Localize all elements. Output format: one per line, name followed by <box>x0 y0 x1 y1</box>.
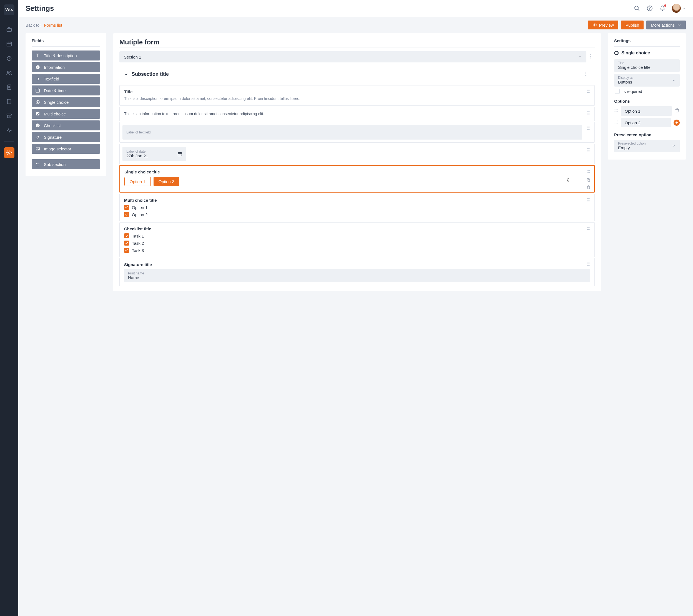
block-title[interactable]: Title This is a description lorem ipsum … <box>119 85 595 106</box>
option-row: Option 2 + <box>614 118 680 127</box>
nav-clock-icon[interactable] <box>0 51 18 65</box>
text-icon <box>35 53 41 58</box>
single-opt-1[interactable]: Option 1 <box>124 177 151 186</box>
field-single-choice[interactable]: Single choice <box>32 97 100 107</box>
option-input-1[interactable]: Option 1 <box>621 106 672 116</box>
eye-icon <box>593 23 597 27</box>
nav-settings-icon[interactable] <box>4 147 15 158</box>
chevron-down-icon <box>677 23 681 27</box>
info-icon <box>35 64 41 70</box>
nav-archive-icon[interactable] <box>0 109 18 123</box>
option-input-2[interactable]: Option 2 <box>621 118 671 127</box>
field-subsection[interactable]: Sub section <box>32 159 100 169</box>
block-date[interactable]: Label of date 27th Jan 21 <box>119 144 595 164</box>
drag-handle-icon[interactable] <box>614 120 618 125</box>
checkbox-checked-icon[interactable] <box>124 205 129 210</box>
block-multi-choice[interactable]: Multi choice title Option 1 Option 2 <box>119 194 595 221</box>
user-menu[interactable] <box>672 4 686 13</box>
drag-handle-icon[interactable] <box>587 226 591 231</box>
chevron-down-icon[interactable] <box>124 72 128 77</box>
help-icon[interactable] <box>646 5 653 12</box>
avatar <box>672 4 681 13</box>
field-checklist[interactable]: Checklist <box>32 120 100 130</box>
block-textfield[interactable]: Label of textfield <box>119 122 595 143</box>
chevron-down-icon <box>578 55 582 59</box>
nav-activity-icon[interactable] <box>0 123 18 138</box>
radio-icon <box>35 99 41 105</box>
checkbox-checked-icon[interactable] <box>124 248 129 253</box>
section-select[interactable]: Section 1 <box>119 52 587 62</box>
preselected-heading: Preselected option <box>614 132 680 137</box>
block-signature[interactable]: Signature title Print name Name <box>119 258 595 286</box>
fields-title: Fields <box>32 38 100 43</box>
app-logo[interactable]: We. <box>4 4 15 15</box>
form-title: Mutiple form <box>119 38 595 46</box>
drag-handle-icon[interactable] <box>587 262 591 267</box>
field-multi-choice[interactable]: Multi choice <box>32 109 100 119</box>
nav-docs-icon[interactable] <box>0 80 18 94</box>
breadcrumb: Back to: Forms list <box>25 23 62 27</box>
bold-icon <box>35 76 41 82</box>
action-strip: Back to: Forms list Preview Publish More… <box>18 17 693 33</box>
single-opt-2[interactable]: Option 2 <box>154 177 179 186</box>
builder-panel: Mutiple form Section 1 Subsection title <box>113 33 601 291</box>
block-checklist[interactable]: Checklist title Task 1 Task 2 Task 3 <box>119 222 595 257</box>
nav-users-icon[interactable] <box>0 65 18 80</box>
subsection-menu[interactable] <box>585 71 590 77</box>
nav-briefcase-icon[interactable] <box>0 22 18 37</box>
settings-title: Settings <box>614 38 680 43</box>
drag-handle-icon[interactable] <box>587 148 591 153</box>
check-circle-icon <box>35 123 41 128</box>
drag-handle-icon[interactable] <box>587 198 591 203</box>
drag-handle-icon[interactable] <box>587 111 591 116</box>
field-title-description[interactable]: Title & description <box>32 50 100 61</box>
field-textfield[interactable]: Textfield <box>32 74 100 84</box>
nav-calendar-icon[interactable] <box>0 37 18 51</box>
preview-button[interactable]: Preview <box>588 21 618 29</box>
image-icon <box>35 146 41 151</box>
block-information[interactable]: This is an information text. Lorem ipsum… <box>119 107 595 121</box>
drag-handle-icon[interactable] <box>587 169 590 174</box>
signature-icon <box>35 134 41 140</box>
nav-notes-icon[interactable] <box>0 94 18 109</box>
chevron-down-icon <box>682 7 686 10</box>
preselected-select[interactable]: Preselected option Empty <box>614 140 680 152</box>
display-as-select[interactable]: Display as Buttons <box>614 74 680 87</box>
chevron-down-icon <box>672 144 676 148</box>
settings-panel: Settings Single choice Title Single choi… <box>608 33 686 160</box>
field-information[interactable]: Information <box>32 62 100 72</box>
field-date-time[interactable]: Date & time <box>32 85 100 96</box>
calendar-icon <box>177 151 182 157</box>
subsection-icon <box>35 162 41 167</box>
option-row: Option 1 <box>614 106 680 116</box>
trash-icon[interactable] <box>675 108 680 114</box>
title-field[interactable]: Title Single choice title <box>614 59 680 72</box>
calendar-icon <box>35 88 41 93</box>
bell-icon[interactable] <box>659 5 666 12</box>
duplicate-icon[interactable] <box>587 178 591 182</box>
checkbox-checked-icon[interactable] <box>124 233 129 238</box>
field-signature[interactable]: Signature <box>32 132 100 142</box>
required-checkbox[interactable] <box>615 89 620 94</box>
options-heading: Options <box>614 99 680 103</box>
checkbox-checked-icon[interactable] <box>124 212 129 217</box>
checkbox-checked-icon[interactable] <box>124 241 129 246</box>
search-icon[interactable] <box>634 5 640 12</box>
add-option-button[interactable]: + <box>674 120 680 126</box>
cursor-icon <box>565 177 570 183</box>
subsection-title: Subsection title <box>132 71 169 77</box>
drag-handle-icon[interactable] <box>587 89 591 94</box>
block-single-choice[interactable]: Single choice title Option 1 Option 2 <box>119 165 595 192</box>
radio-icon <box>614 51 619 55</box>
section-menu[interactable] <box>590 54 595 60</box>
page-title: Settings <box>25 4 54 13</box>
drag-handle-icon[interactable] <box>587 126 591 131</box>
field-image-selector[interactable]: Image selector <box>32 144 100 154</box>
topbar: Settings <box>18 0 693 17</box>
component-type: Single choice <box>614 50 680 56</box>
notification-dot <box>664 4 666 7</box>
drag-handle-icon[interactable] <box>614 108 618 114</box>
back-link[interactable]: Forms list <box>44 23 62 27</box>
trash-icon[interactable] <box>587 185 591 189</box>
check-square-icon <box>35 111 41 117</box>
